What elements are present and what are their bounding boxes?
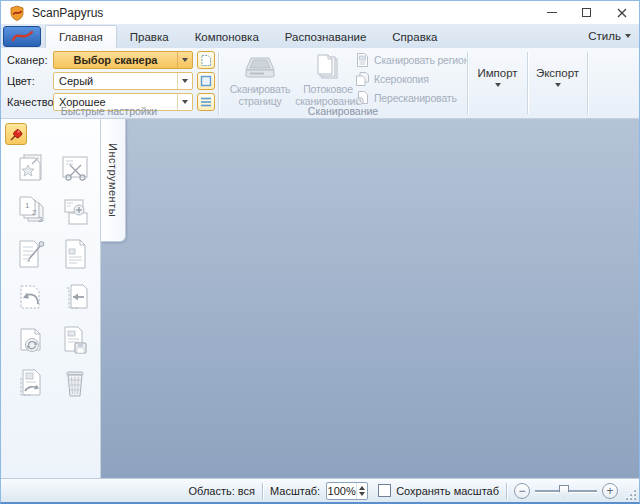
keep-scale-label: Сохранять масштаб xyxy=(396,485,499,497)
title-bar: ScanPapyrus xyxy=(1,1,639,24)
plus-icon: + xyxy=(606,485,613,497)
tool-edit-page-button[interactable] xyxy=(14,236,48,272)
scale-spinner[interactable]: 100% xyxy=(326,482,368,500)
tools-sidebar: 1 2 3 xyxy=(1,119,101,478)
chevron-down-icon xyxy=(177,52,192,68)
export-button[interactable]: Экспорт xyxy=(529,50,586,104)
frame-icon xyxy=(200,75,212,87)
maximize-button[interactable] xyxy=(569,1,604,24)
page-edit-icon xyxy=(15,237,47,271)
preset-frame-button[interactable] xyxy=(197,72,215,90)
tool-move-page-button[interactable] xyxy=(58,279,92,315)
style-menu-button[interactable]: Стиль xyxy=(588,30,631,42)
scanner-dropdown-value: Выбор сканера xyxy=(54,54,177,66)
zoom-in-button[interactable]: + xyxy=(602,483,618,499)
keep-scale-checkbox[interactable] xyxy=(378,484,391,497)
pushpin-icon xyxy=(9,127,24,142)
tab-main[interactable]: Главная xyxy=(45,25,117,48)
chevron-down-icon xyxy=(555,83,561,87)
app-window: ScanPapyrus Главная Правка Компоновка Ра… xyxy=(0,0,640,504)
preset-page-button[interactable] xyxy=(197,51,215,69)
scale-value: 100% xyxy=(327,485,356,497)
ribbon-separator xyxy=(587,52,588,114)
area-status-label: Область: вся xyxy=(189,485,255,497)
tool-icon-grid: 1 2 3 xyxy=(14,150,92,401)
zoom-out-button[interactable]: − xyxy=(514,483,530,499)
tools-panel-tab[interactable]: Инструменты xyxy=(101,119,126,242)
tool-add-pages-button[interactable] xyxy=(58,193,92,229)
tool-crop-button[interactable] xyxy=(58,150,92,186)
minimize-button[interactable] xyxy=(534,1,569,24)
style-menu-label: Стиль xyxy=(588,30,621,42)
page-scissors-icon xyxy=(59,151,91,185)
tab-main-label: Главная xyxy=(59,31,103,43)
tab-edit[interactable]: Правка xyxy=(117,25,182,48)
scan-page-button[interactable]: Сканировать страницу xyxy=(223,50,297,108)
tab-help[interactable]: Справка xyxy=(379,25,450,48)
import-button[interactable]: Импорт xyxy=(469,50,526,104)
page-add-icon xyxy=(59,194,91,228)
spinner-down-icon xyxy=(359,492,365,496)
photocopy-label: Ксерокопия xyxy=(374,73,429,85)
window-title: ScanPapyrus xyxy=(32,6,103,20)
close-button[interactable] xyxy=(604,1,639,24)
main-area: 1 2 3 xyxy=(1,119,639,478)
tab-layout[interactable]: Компоновка xyxy=(182,25,272,48)
spinner-arrows[interactable] xyxy=(356,483,367,499)
scan-page-label: Сканировать страницу xyxy=(223,84,297,107)
spinner-up-icon xyxy=(359,486,365,490)
statusbar-separator xyxy=(506,483,507,499)
tools-panel-tab-label: Инструменты xyxy=(107,143,119,217)
maximize-icon xyxy=(582,8,591,17)
scale-label: Масштаб: xyxy=(270,485,320,497)
application-menu-button[interactable] xyxy=(3,26,41,47)
stream-scan-button[interactable]: Потоковое сканирование xyxy=(297,50,359,108)
photocopy-button[interactable]: Ксерокопия xyxy=(355,70,429,87)
tool-refresh-page-button[interactable] xyxy=(14,322,48,358)
flatbed-scanner-icon xyxy=(243,50,277,82)
tool-delete-page-button[interactable] xyxy=(58,365,92,401)
group-caption-quick-settings: Быстрые настройки xyxy=(1,105,217,117)
tool-autoprocess-button[interactable] xyxy=(14,150,48,186)
color-dropdown[interactable]: Серый xyxy=(53,72,193,90)
tab-edit-label: Правка xyxy=(130,31,169,43)
page-undo-icon xyxy=(15,280,47,314)
page-redo-icon xyxy=(355,90,370,106)
export-label: Экспорт xyxy=(536,67,579,79)
rescan-button[interactable]: Пересканировать xyxy=(355,89,457,106)
ribbon-separator xyxy=(467,52,468,114)
scanner-field-label: Сканер: xyxy=(7,54,47,66)
pin-panel-button[interactable] xyxy=(5,123,27,145)
chevron-down-icon xyxy=(625,34,631,38)
page-refresh-icon xyxy=(15,323,47,357)
resize-grip[interactable] xyxy=(626,490,636,500)
app-swoosh-icon xyxy=(9,29,35,43)
page-numbering-icon: 1 2 3 xyxy=(15,194,47,228)
trash-icon xyxy=(59,366,91,400)
tool-ocr-text-button[interactable] xyxy=(58,236,92,272)
tool-replace-page-button[interactable] xyxy=(14,365,48,401)
page-icon xyxy=(200,54,212,67)
zoom-slider[interactable] xyxy=(535,483,597,499)
tool-save-page-button[interactable] xyxy=(58,322,92,358)
scan-region-button[interactable]: Сканировать регион xyxy=(355,51,469,68)
tool-undo-button[interactable] xyxy=(14,279,48,315)
page-wand-icon xyxy=(15,151,47,185)
tab-help-label: Справка xyxy=(392,31,437,43)
stream-scan-label: Потоковое сканирование xyxy=(295,84,361,107)
zoom-slider-thumb[interactable] xyxy=(559,485,569,498)
svg-text:3: 3 xyxy=(38,215,43,224)
page-replace-icon xyxy=(15,366,47,400)
rescan-label: Пересканировать xyxy=(374,92,457,104)
tab-recognition[interactable]: Распознавание xyxy=(272,25,380,48)
page-arrow-left-icon xyxy=(59,280,91,314)
color-field-label: Цвет: xyxy=(7,75,35,87)
minus-icon: − xyxy=(518,485,525,497)
tool-numbering-button[interactable]: 1 2 3 xyxy=(14,193,48,229)
scanner-dropdown[interactable]: Выбор сканера xyxy=(53,51,193,69)
svg-text:2: 2 xyxy=(32,208,37,217)
scanpapyrus-logo-icon xyxy=(9,5,25,21)
page-text-icon xyxy=(59,237,91,271)
group-caption-scanning: Сканирование xyxy=(219,105,467,117)
ribbon-separator xyxy=(527,52,528,114)
